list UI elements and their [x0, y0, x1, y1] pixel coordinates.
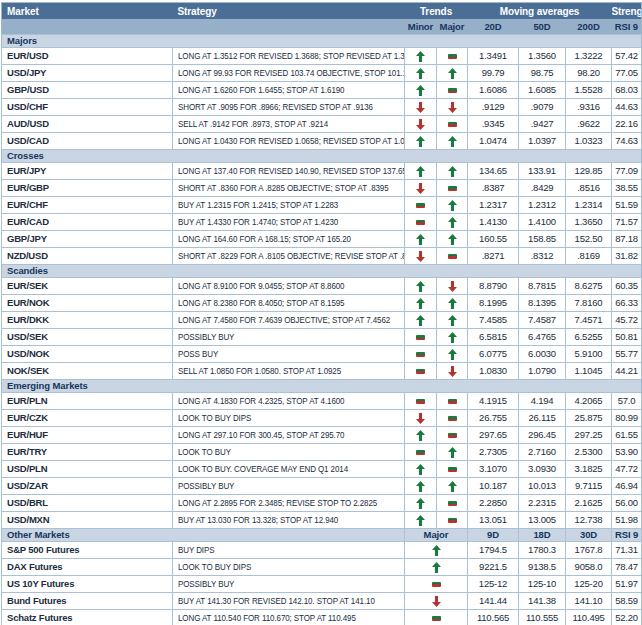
ma-value-cell: 141.44 [468, 593, 519, 610]
rsi-cell: 68.03 [612, 82, 642, 99]
ma-value-cell: .9316 [566, 99, 612, 116]
trend-neutral-icon [416, 220, 425, 225]
col-header-period-18d: 18D [519, 529, 566, 542]
trend-minor-cell [405, 427, 437, 444]
ma-value-cell: 1.2317 [468, 197, 519, 214]
trend-up-icon [448, 200, 457, 211]
trend-neutral-icon [432, 582, 441, 587]
strategy-text: LONG AT 8.2380 FOR 8.4050; STOP AT 8.159… [178, 295, 344, 311]
ma-value-cell: 1.3491 [468, 48, 519, 65]
trend-up-icon [432, 562, 441, 573]
market-cell: USD/CAD [2, 133, 173, 150]
trend-major-cell [437, 231, 468, 248]
strategy-cell: LONG AT 8.9100 FOR 9.0455; STOP AT 8.860… [173, 278, 405, 295]
header-row-groups: Market Strategy Trends Moving averages S… [2, 3, 642, 20]
table-row: S&P 500 FuturesBUY DIPS1794.51780.31767.… [2, 542, 642, 559]
ma-value-cell: 1.4100 [519, 214, 566, 231]
trend-minor-cell [405, 99, 437, 116]
strategy-cell: LONG AT 297.10 FOR 300.45, STOP AT 295.7… [173, 427, 405, 444]
trend-up-icon [448, 298, 457, 309]
trend-major-cell [437, 312, 468, 329]
market-cell: GBP/JPY [2, 231, 173, 248]
table-row: Schatz FuturesLONG AT 110.540 FOR 110.67… [2, 610, 642, 625]
market-cell: NZD/USD [2, 248, 173, 265]
trend-up-icon [416, 281, 425, 292]
ma-value-cell: 2.2850 [468, 495, 519, 512]
trend-minor-cell [405, 278, 437, 295]
market-cell: EUR/DKK [2, 312, 173, 329]
trend-up-icon [448, 481, 457, 492]
rsi-cell: 47.72 [612, 461, 642, 478]
table-row: EUR/USDLONG AT 1.3512 FOR REVISED 1.3688… [2, 48, 642, 65]
rsi-cell: 60.35 [612, 278, 642, 295]
rsi-cell: 53.90 [612, 444, 642, 461]
trend-major-cell [437, 116, 468, 133]
table-row: EUR/SEKLONG AT 8.9100 FOR 9.0455; STOP A… [2, 278, 642, 295]
trend-minor-cell [405, 346, 437, 363]
ma-value-cell: 6.0775 [468, 346, 519, 363]
ma-value-cell: .8429 [519, 180, 566, 197]
trend-minor-cell [405, 312, 437, 329]
market-cell: Schatz Futures [2, 610, 173, 625]
ma-value-cell: 125-10 [519, 576, 566, 593]
ma-value-cell: 10.013 [519, 478, 566, 495]
strategy-text: BUY AT 1.4330 FOR 1.4740; STOP AT 1.4230 [178, 214, 338, 230]
trend-minor-cell [405, 133, 437, 150]
trend-neutral-icon [416, 335, 425, 340]
trend-up-icon [416, 85, 425, 96]
trend-up-icon [416, 315, 425, 326]
trend-down-icon [416, 183, 425, 194]
header-row-subcolumns: Minor Major 20D 50D 200D RSI 9 [2, 19, 642, 35]
table-row: AUD/USDSELL AT .9142 FOR .8973, STOP AT … [2, 116, 642, 133]
table-row: EUR/PLNLONG AT 4.1830 FOR 4.2325, STOP A… [2, 393, 642, 410]
table-row: USD/ZARPOSSIBLY BUY10.18710.0139.711546.… [2, 478, 642, 495]
market-cell: USD/SEK [2, 329, 173, 346]
rsi-cell: 77.05 [612, 65, 642, 82]
trend-neutral-icon [448, 54, 457, 59]
table-row: US 10Y FuturesPOSSIBLY BUY125-12125-1012… [2, 576, 642, 593]
ma-value-cell: .9079 [519, 99, 566, 116]
trend-down-icon [416, 119, 425, 130]
table-row: NOK/SEKSELL AT 1.0850 FOR 1.0580. STOP A… [2, 363, 642, 380]
trend-neutral-icon [416, 369, 425, 374]
col-header-period-30d: 30D [566, 529, 612, 542]
rsi-cell: 57.42 [612, 48, 642, 65]
table-row: Bund FuturesBUY AT 141.30 FOR REVISED 14… [2, 593, 642, 610]
market-cell: US 10Y Futures [2, 576, 173, 593]
trend-major-cell [437, 163, 468, 180]
strategy-text: POSSIBLY BUY [178, 329, 234, 345]
trend-up-icon [416, 136, 425, 147]
trend-up-icon [416, 234, 425, 245]
market-cell: USD/JPY [2, 65, 173, 82]
rsi-cell: 71.57 [612, 214, 642, 231]
trend-major-cell [437, 461, 468, 478]
rsi-cell: 50.81 [612, 329, 642, 346]
rsi-cell: 78.47 [612, 559, 642, 576]
market-cell: USD/NOK [2, 346, 173, 363]
table-row: EUR/HUFLONG AT 297.10 FOR 300.45, STOP A… [2, 427, 642, 444]
strategy-cell: LONG AT 1.3512 FOR REVISED 1.3688; STOP … [173, 48, 405, 65]
strategy-cell: LOOK TO BUY [173, 444, 405, 461]
ma-value-cell: 125-20 [566, 576, 612, 593]
ma-value-cell: 6.0030 [519, 346, 566, 363]
trend-up-icon [432, 545, 441, 556]
ma-value-cell: 9221.5 [468, 559, 519, 576]
trend-minor-cell [405, 295, 437, 312]
strategy-text: LONG AT 110.540 FOR 110.670; STOP AT 110… [178, 610, 356, 625]
trend-neutral-icon [416, 203, 425, 208]
trend-up-icon [448, 166, 457, 177]
trend-minor-cell [405, 116, 437, 133]
trend-major-cell [405, 610, 468, 625]
section-header: Majors [2, 35, 642, 48]
market-cell: EUR/TRY [2, 444, 173, 461]
ma-value-cell: .9622 [566, 116, 612, 133]
strategy-cell: LONG AT 137.40 FOR REVISED 140.90, REVIS… [173, 163, 405, 180]
trend-neutral-icon [448, 501, 457, 506]
trend-neutral-icon [448, 433, 457, 438]
ma-value-cell: 110.555 [519, 610, 566, 625]
ma-value-cell: 1.2312 [519, 197, 566, 214]
table-header: Market Strategy Trends Moving averages S… [2, 3, 642, 35]
ma-value-cell: 1.0323 [566, 133, 612, 150]
ma-value-cell: 12.738 [566, 512, 612, 529]
trend-major-cell [405, 576, 468, 593]
